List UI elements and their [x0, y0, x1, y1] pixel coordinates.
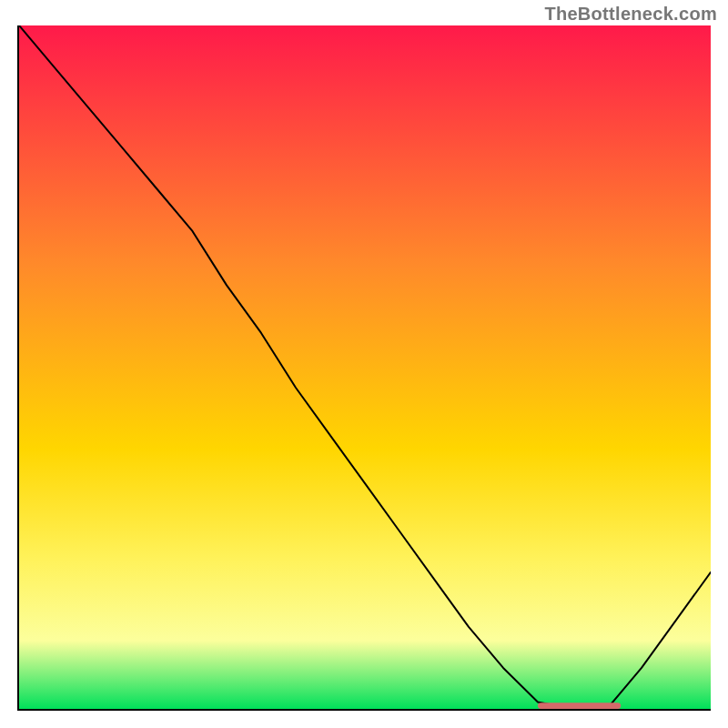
- marker-band: [538, 703, 621, 709]
- chart-svg: [19, 25, 711, 709]
- gradient-bg: [19, 25, 711, 709]
- watermark-label: TheBottleneck.com: [544, 4, 717, 25]
- chart-area: [17, 25, 711, 711]
